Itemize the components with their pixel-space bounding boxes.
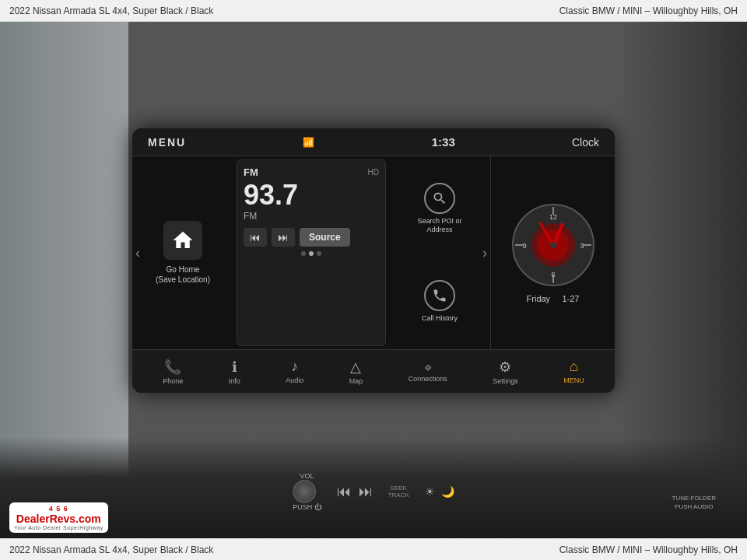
menu-title: MENU bbox=[148, 136, 186, 149]
bottom-car-title: 2022 Nissan Armada SL 4x4, bbox=[9, 544, 130, 555]
nav-arrow-right[interactable]: › bbox=[482, 245, 487, 261]
search-svg-icon bbox=[432, 191, 447, 206]
audio-nav-icon: ♪ bbox=[291, 359, 298, 375]
search-poi-widget[interactable]: Search POI orAddress bbox=[417, 183, 461, 235]
radio-widget: FM HD 93.7 FM ⏮ ⏭ Source bbox=[237, 159, 386, 346]
menu-nav-icon: ⌂ bbox=[570, 359, 578, 375]
phone-nav-icon: 📞 bbox=[164, 359, 181, 376]
prev-track-button[interactable]: ⏮ bbox=[244, 228, 267, 247]
nav-menu[interactable]: ⌂ MENU bbox=[557, 355, 591, 387]
call-history-label: Call History bbox=[422, 314, 458, 324]
info-nav-label: Info bbox=[229, 377, 240, 385]
seek-track-label: SEEKTRACK bbox=[388, 485, 409, 499]
infotainment-screen: MENU 📶 1:33 Clock ‹ Go Home(Save Locatio… bbox=[132, 128, 615, 393]
svg-text:9: 9 bbox=[522, 242, 526, 250]
hd-icon: HD bbox=[368, 168, 379, 177]
day-label: Friday bbox=[527, 294, 551, 303]
go-home-widget: ‹ Go Home(Save Location) bbox=[132, 156, 233, 349]
nav-phone[interactable]: 📞 Phone bbox=[156, 355, 189, 388]
svg-text:12: 12 bbox=[549, 213, 556, 221]
bottom-dealer-name: Classic BMW / MINI – Willoughby Hills, O… bbox=[559, 544, 738, 555]
dot-1 bbox=[301, 251, 306, 256]
next-track-button[interactable]: ⏭ bbox=[272, 228, 295, 247]
watermark: 4 5 6 DealerRevs.com Your Auto Dealer Su… bbox=[9, 502, 108, 533]
nav-map[interactable]: △ Map bbox=[343, 355, 370, 388]
settings-nav-icon: ⚙ bbox=[499, 359, 511, 376]
top-car-trim: Super Black / Black bbox=[132, 5, 213, 16]
search-poi-label: Search POI orAddress bbox=[417, 217, 461, 235]
audio-nav-label: Audio bbox=[286, 376, 303, 384]
screen-header: MENU 📶 1:33 Clock bbox=[132, 128, 615, 156]
svg-text:6: 6 bbox=[551, 271, 555, 278]
right-widgets: Search POI orAddress Call History › bbox=[389, 156, 490, 349]
nav-bar: 📞 Phone ℹ Info ♪ Audio △ Map ⎆ Connectio… bbox=[132, 349, 615, 393]
right-controls: TUNE·FOLDERPUSH AUDIO bbox=[672, 494, 716, 511]
nav-arrow-left[interactable]: ‹ bbox=[135, 245, 140, 261]
map-nav-label: Map bbox=[349, 377, 363, 385]
call-history-icon bbox=[424, 280, 455, 311]
vol-control: VOL PUSH ⏻ bbox=[293, 472, 321, 511]
logo-sub-text: Your Auto Dealer SuperHighway bbox=[14, 525, 103, 530]
top-bar: 2022 Nissan Armada SL 4x4, Super Black /… bbox=[0, 0, 747, 22]
controls-row: VOL PUSH ⏻ ⏮ ⏭ SEEKTRACK ☀ 🌙 bbox=[293, 472, 454, 511]
bottom-car-info: 2022 Nissan Armada SL 4x4, Super Black /… bbox=[9, 544, 213, 555]
settings-nav-label: Settings bbox=[493, 377, 518, 385]
logo-main-text: DealerRevs.com bbox=[16, 513, 101, 525]
analog-clock-face: 12 3 6 9 bbox=[510, 202, 596, 288]
phone-svg-icon bbox=[432, 288, 447, 303]
nav-info[interactable]: ℹ Info bbox=[223, 355, 247, 388]
page-indicators bbox=[244, 251, 379, 256]
clock-label: Clock bbox=[572, 136, 599, 149]
radio-controls: ⏮ ⏭ Source bbox=[244, 228, 379, 247]
bottom-bar: 2022 Nissan Armada SL 4x4, Super Black /… bbox=[0, 538, 747, 560]
seek-controls: ⏮ ⏭ bbox=[337, 484, 373, 500]
nav-connections[interactable]: ⎆ Connections bbox=[402, 358, 454, 386]
radio-freq-unit: FM bbox=[244, 211, 379, 222]
connections-nav-icon: ⎆ bbox=[425, 361, 431, 373]
call-history-widget[interactable]: Call History bbox=[422, 280, 458, 324]
top-car-title: 2022 Nissan Armada SL 4x4, bbox=[9, 5, 130, 16]
nav-settings[interactable]: ⚙ Settings bbox=[486, 355, 524, 388]
clock-widget: 12 3 6 9 Friday 1-27 bbox=[490, 156, 615, 349]
svg-text:3: 3 bbox=[580, 242, 584, 250]
car-controls-bg: VOL PUSH ⏻ ⏮ ⏭ SEEKTRACK ☀ 🌙 TUNE·FOLDER… bbox=[0, 437, 747, 538]
nav-audio[interactable]: ♪ Audio bbox=[279, 355, 310, 387]
radio-band: FM bbox=[244, 166, 258, 178]
top-dealer-name: Classic BMW / MINI – Willoughby Hills, O… bbox=[559, 5, 738, 16]
svg-point-13 bbox=[550, 242, 556, 248]
map-nav-icon: △ bbox=[350, 359, 361, 376]
top-car-info: 2022 Nissan Armada SL 4x4, Super Black /… bbox=[9, 5, 213, 16]
menu-nav-label: MENU bbox=[563, 376, 584, 384]
dot-3 bbox=[317, 251, 321, 256]
dot-2 bbox=[309, 251, 314, 256]
date-label: 1-27 bbox=[562, 294, 579, 303]
logo-top-text: 4 5 6 bbox=[49, 505, 68, 513]
time-display: 1:33 bbox=[432, 135, 455, 149]
watermark-logo: 4 5 6 DealerRevs.com Your Auto Dealer Su… bbox=[9, 502, 108, 533]
go-home-icon[interactable] bbox=[163, 221, 202, 260]
source-button[interactable]: Source bbox=[300, 228, 350, 247]
radio-header: FM HD bbox=[244, 166, 379, 178]
phone-nav-label: Phone bbox=[163, 377, 183, 385]
info-nav-icon: ℹ bbox=[232, 359, 237, 376]
radio-frequency: 93.7 bbox=[244, 181, 379, 209]
go-home-label: Go Home(Save Location) bbox=[156, 264, 210, 285]
signal-icon: 📶 bbox=[303, 137, 314, 148]
home-svg-icon bbox=[171, 229, 195, 252]
bottom-car-trim: Super Black / Black bbox=[132, 544, 213, 555]
search-poi-icon bbox=[424, 183, 455, 214]
connections-nav-label: Connections bbox=[409, 375, 447, 383]
brightness-controls: ☀ 🌙 bbox=[425, 485, 454, 498]
date-display: Friday 1-27 bbox=[527, 294, 580, 303]
